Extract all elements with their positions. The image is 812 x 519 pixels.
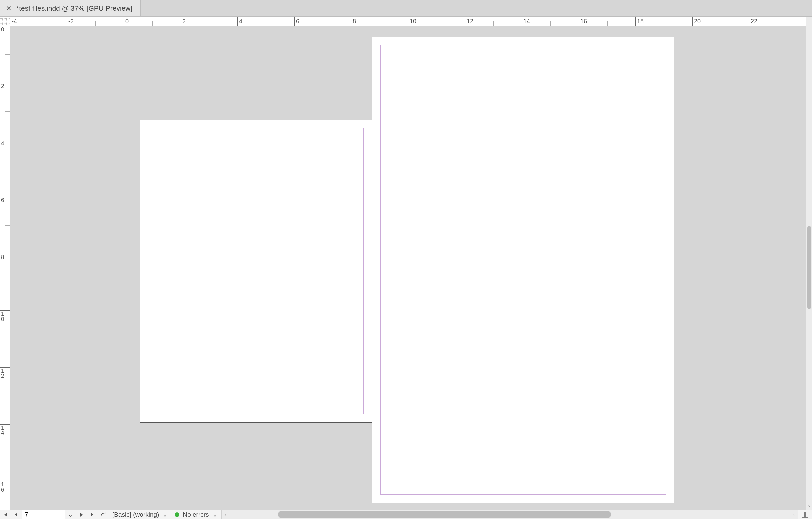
page-dropdown[interactable]: ⌄ <box>65 510 76 519</box>
previous-page-button[interactable] <box>11 510 22 519</box>
vertical-ruler[interactable]: 0246810121416 <box>0 26 10 510</box>
page-right[interactable] <box>372 36 674 503</box>
page-number-input[interactable] <box>22 510 65 519</box>
paragraph-style-label: [Basic] (working) <box>112 511 159 518</box>
open-dialog-button[interactable] <box>98 510 109 519</box>
chevron-down-icon: ⌄ <box>68 511 73 518</box>
chevron-down-icon[interactable]: ⌄ <box>806 502 812 509</box>
paragraph-style-combo[interactable]: [Basic] (working) ⌄ <box>109 510 171 519</box>
chevron-down-icon: ⌄ <box>212 511 218 518</box>
svg-rect-6 <box>805 512 808 517</box>
first-page-button[interactable] <box>0 510 11 519</box>
horizontal-ruler[interactable]: -4-2024681012141618202224 <box>10 17 806 26</box>
vertical-scroll-thumb[interactable] <box>807 226 811 309</box>
split-view-button[interactable] <box>798 510 812 519</box>
status-dot-icon <box>175 512 179 517</box>
page-left[interactable] <box>140 120 372 423</box>
margin-guide-right <box>380 45 666 495</box>
vertical-scrollbar[interactable]: ⌄ <box>806 17 812 510</box>
margin-guide-left <box>148 128 364 414</box>
svg-rect-5 <box>802 512 805 517</box>
ruler-origin[interactable] <box>0 17 10 26</box>
document-tab-bar: ✕ *test files.indd @ 37% [GPU Preview] <box>0 0 812 17</box>
next-page-button[interactable] <box>76 510 87 519</box>
last-page-button[interactable] <box>87 510 98 519</box>
document-canvas[interactable] <box>10 26 806 510</box>
horizontal-scroll-thumb[interactable] <box>278 511 611 518</box>
document-tab[interactable]: ✕ *test files.indd @ 37% [GPU Preview] <box>0 0 141 16</box>
chevron-down-icon: ⌄ <box>162 511 168 518</box>
document-tab-title: *test files.indd @ 37% [GPU Preview] <box>16 4 132 12</box>
status-bar: ⌄ [Basic] (working) ⌄ No errors ⌄ ‹ › <box>0 510 812 519</box>
chevron-left-icon[interactable]: ‹ <box>222 510 229 519</box>
preflight-label: No errors <box>182 511 209 518</box>
horizontal-scrollbar[interactable]: ‹ › <box>222 510 798 519</box>
chevron-right-icon[interactable]: › <box>790 510 798 519</box>
close-icon[interactable]: ✕ <box>6 4 12 12</box>
preflight-status[interactable]: No errors ⌄ <box>171 510 221 519</box>
